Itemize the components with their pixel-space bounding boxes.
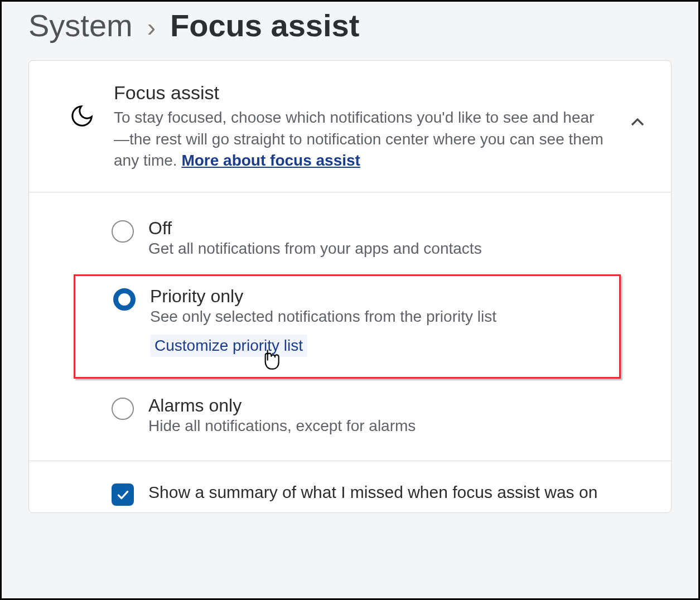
checkbox-label: Show a summary of what I missed when foc… [148, 481, 597, 504]
focus-assist-card: Focus assist To stay focused, choose whi… [28, 60, 672, 513]
moon-icon [69, 103, 95, 129]
radio-icon[interactable] [112, 398, 134, 420]
radio-description: Hide all notifications, except for alarm… [148, 417, 649, 435]
chevron-up-icon[interactable] [626, 111, 649, 133]
radio-option-off[interactable]: Off Get all notifications from your apps… [29, 207, 671, 269]
radio-title: Off [148, 218, 649, 239]
radio-title: Priority only [150, 286, 597, 307]
summary-checkbox-row[interactable]: Show a summary of what I missed when foc… [29, 461, 671, 512]
radio-option-priority-only[interactable]: Priority only See only selected notifica… [74, 274, 621, 379]
breadcrumb-separator-icon: › [147, 12, 156, 42]
more-about-focus-assist-link[interactable]: More about focus assist [181, 152, 360, 169]
radio-icon[interactable] [113, 288, 136, 311]
breadcrumb-current: Focus assist [170, 7, 359, 43]
focus-assist-options: Off Get all notifications from your apps… [29, 192, 671, 461]
radio-icon[interactable] [112, 220, 134, 243]
breadcrumb: System › Focus assist [28, 2, 672, 60]
breadcrumb-parent[interactable]: System [28, 7, 133, 43]
radio-title: Alarms only [148, 395, 649, 416]
radio-description: Get all notifications from your apps and… [148, 240, 649, 258]
customize-priority-list-link[interactable]: Customize priority list [150, 335, 307, 357]
checkbox-checked-icon[interactable] [112, 483, 134, 506]
header-description: To stay focused, choose which notificati… [114, 107, 607, 172]
card-header[interactable]: Focus assist To stay focused, choose whi… [29, 61, 671, 192]
header-title: Focus assist [114, 82, 607, 104]
radio-description: See only selected notifications from the… [150, 308, 597, 326]
radio-option-alarms-only[interactable]: Alarms only Hide all notifications, exce… [29, 384, 671, 446]
